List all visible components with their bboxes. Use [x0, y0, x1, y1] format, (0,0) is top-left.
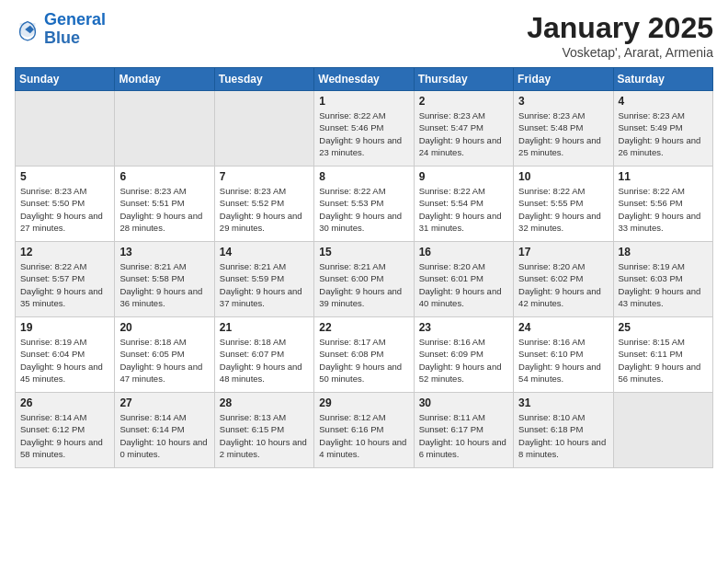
calendar-header-row: SundayMondayTuesdayWednesdayThursdayFrid… [16, 68, 713, 91]
calendar-day-cell: 3Sunrise: 8:23 AMSunset: 5:48 PMDaylight… [514, 91, 613, 167]
day-info: Sunrise: 8:13 AMSunset: 6:15 PMDaylight:… [220, 411, 309, 460]
day-info: Sunrise: 8:22 AMSunset: 5:46 PMDaylight:… [319, 109, 408, 158]
day-number: 7 [220, 170, 309, 183]
day-info: Sunrise: 8:23 AMSunset: 5:51 PMDaylight:… [119, 185, 209, 234]
day-info: Sunrise: 8:19 AMSunset: 6:04 PMDaylight:… [20, 336, 109, 385]
calendar-header-friday: Friday [514, 68, 613, 91]
day-number: 12 [20, 246, 109, 259]
day-info: Sunrise: 8:15 AMSunset: 6:11 PMDaylight:… [619, 336, 708, 385]
calendar-day-cell [613, 393, 712, 468]
calendar-day-cell: 21Sunrise: 8:18 AMSunset: 6:07 PMDayligh… [214, 317, 313, 393]
day-info: Sunrise: 8:22 AMSunset: 5:54 PMDaylight:… [419, 185, 508, 234]
day-number: 29 [319, 396, 408, 409]
day-info: Sunrise: 8:21 AMSunset: 5:59 PMDaylight:… [220, 260, 309, 309]
calendar-day-cell: 25Sunrise: 8:15 AMSunset: 6:11 PMDayligh… [613, 317, 712, 393]
day-number: 13 [119, 246, 209, 259]
day-number: 26 [20, 396, 109, 409]
day-number: 31 [518, 396, 608, 409]
day-number: 2 [419, 95, 508, 108]
day-info: Sunrise: 8:16 AMSunset: 6:10 PMDaylight:… [518, 336, 608, 385]
day-number: 8 [319, 170, 408, 183]
day-info: Sunrise: 8:19 AMSunset: 6:03 PMDaylight:… [619, 260, 708, 309]
calendar-day-cell: 23Sunrise: 8:16 AMSunset: 6:09 PMDayligh… [414, 317, 513, 393]
day-number: 21 [220, 321, 309, 334]
day-info: Sunrise: 8:21 AMSunset: 5:58 PMDaylight:… [119, 260, 209, 309]
calendar-header-thursday: Thursday [414, 68, 513, 91]
day-number: 28 [220, 396, 309, 409]
calendar: SundayMondayTuesdayWednesdayThursdayFrid… [15, 67, 713, 468]
day-number: 11 [619, 170, 708, 183]
logo: General Blue [15, 11, 106, 48]
calendar-day-cell: 8Sunrise: 8:22 AMSunset: 5:53 PMDaylight… [314, 167, 414, 242]
calendar-week-row: 19Sunrise: 8:19 AMSunset: 6:04 PMDayligh… [16, 317, 713, 393]
day-number: 14 [220, 246, 309, 259]
calendar-day-cell: 15Sunrise: 8:21 AMSunset: 6:00 PMDayligh… [314, 242, 414, 317]
day-info: Sunrise: 8:17 AMSunset: 6:08 PMDaylight:… [319, 336, 408, 385]
day-number: 19 [20, 321, 109, 334]
calendar-day-cell: 26Sunrise: 8:14 AMSunset: 6:12 PMDayligh… [16, 393, 115, 468]
calendar-day-cell: 2Sunrise: 8:23 AMSunset: 5:47 PMDaylight… [414, 91, 513, 167]
calendar-day-cell: 30Sunrise: 8:11 AMSunset: 6:17 PMDayligh… [414, 393, 513, 468]
calendar-day-cell: 5Sunrise: 8:23 AMSunset: 5:50 PMDaylight… [16, 167, 115, 242]
calendar-day-cell: 18Sunrise: 8:19 AMSunset: 6:03 PMDayligh… [613, 242, 712, 317]
logo-line2: Blue [44, 29, 80, 47]
calendar-day-cell: 9Sunrise: 8:22 AMSunset: 5:54 PMDaylight… [414, 167, 513, 242]
calendar-header-tuesday: Tuesday [214, 68, 313, 91]
day-number: 6 [119, 170, 209, 183]
day-number: 23 [419, 321, 508, 334]
calendar-day-cell [16, 91, 115, 167]
day-info: Sunrise: 8:23 AMSunset: 5:48 PMDaylight:… [518, 109, 608, 158]
day-info: Sunrise: 8:22 AMSunset: 5:55 PMDaylight:… [518, 185, 608, 234]
calendar-day-cell: 17Sunrise: 8:20 AMSunset: 6:02 PMDayligh… [514, 242, 613, 317]
calendar-day-cell: 16Sunrise: 8:20 AMSunset: 6:01 PMDayligh… [414, 242, 513, 317]
calendar-day-cell: 31Sunrise: 8:10 AMSunset: 6:18 PMDayligh… [514, 393, 613, 468]
day-info: Sunrise: 8:22 AMSunset: 5:56 PMDaylight:… [619, 185, 708, 234]
calendar-day-cell: 11Sunrise: 8:22 AMSunset: 5:56 PMDayligh… [613, 167, 712, 242]
calendar-day-cell [115, 91, 214, 167]
calendar-day-cell: 13Sunrise: 8:21 AMSunset: 5:58 PMDayligh… [115, 242, 214, 317]
calendar-day-cell: 6Sunrise: 8:23 AMSunset: 5:51 PMDaylight… [115, 167, 214, 242]
calendar-header-saturday: Saturday [613, 68, 712, 91]
day-info: Sunrise: 8:21 AMSunset: 6:00 PMDaylight:… [319, 260, 408, 309]
calendar-week-row: 26Sunrise: 8:14 AMSunset: 6:12 PMDayligh… [16, 393, 713, 468]
header: General Blue January 2025 Vosketap', Ara… [15, 11, 713, 60]
day-info: Sunrise: 8:23 AMSunset: 5:52 PMDaylight:… [220, 185, 309, 234]
day-info: Sunrise: 8:14 AMSunset: 6:14 PMDaylight:… [119, 411, 209, 460]
calendar-header-wednesday: Wednesday [314, 68, 414, 91]
day-info: Sunrise: 8:18 AMSunset: 6:05 PMDaylight:… [119, 336, 209, 385]
day-info: Sunrise: 8:23 AMSunset: 5:50 PMDaylight:… [20, 185, 109, 234]
subtitle: Vosketap', Ararat, Armenia [527, 45, 713, 60]
calendar-day-cell: 22Sunrise: 8:17 AMSunset: 6:08 PMDayligh… [314, 317, 414, 393]
day-info: Sunrise: 8:22 AMSunset: 5:57 PMDaylight:… [20, 260, 109, 309]
calendar-day-cell: 1Sunrise: 8:22 AMSunset: 5:46 PMDaylight… [314, 91, 414, 167]
calendar-week-row: 5Sunrise: 8:23 AMSunset: 5:50 PMDaylight… [16, 167, 713, 242]
day-number: 16 [419, 246, 508, 259]
calendar-day-cell: 4Sunrise: 8:23 AMSunset: 5:49 PMDaylight… [613, 91, 712, 167]
calendar-day-cell [214, 91, 313, 167]
day-info: Sunrise: 8:20 AMSunset: 6:01 PMDaylight:… [419, 260, 508, 309]
day-number: 18 [619, 246, 708, 259]
day-number: 27 [119, 396, 209, 409]
day-info: Sunrise: 8:10 AMSunset: 6:18 PMDaylight:… [518, 411, 608, 460]
calendar-day-cell: 12Sunrise: 8:22 AMSunset: 5:57 PMDayligh… [16, 242, 115, 317]
day-number: 10 [518, 170, 608, 183]
day-number: 4 [619, 95, 708, 108]
page: General Blue January 2025 Vosketap', Ara… [0, 0, 728, 563]
day-number: 3 [518, 95, 608, 108]
day-number: 1 [319, 95, 408, 108]
title-block: January 2025 Vosketap', Ararat, Armenia [527, 11, 713, 60]
day-number: 20 [119, 321, 209, 334]
calendar-week-row: 1Sunrise: 8:22 AMSunset: 5:46 PMDaylight… [16, 91, 713, 167]
day-info: Sunrise: 8:14 AMSunset: 6:12 PMDaylight:… [20, 411, 109, 460]
day-number: 30 [419, 396, 508, 409]
day-info: Sunrise: 8:18 AMSunset: 6:07 PMDaylight:… [220, 336, 309, 385]
day-info: Sunrise: 8:20 AMSunset: 6:02 PMDaylight:… [518, 260, 608, 309]
day-info: Sunrise: 8:12 AMSunset: 6:16 PMDaylight:… [319, 411, 408, 460]
day-info: Sunrise: 8:16 AMSunset: 6:09 PMDaylight:… [419, 336, 508, 385]
day-number: 9 [419, 170, 508, 183]
day-number: 25 [619, 321, 708, 334]
logo-text: General Blue [44, 11, 106, 48]
day-number: 22 [319, 321, 408, 334]
calendar-day-cell: 7Sunrise: 8:23 AMSunset: 5:52 PMDaylight… [214, 167, 313, 242]
day-info: Sunrise: 8:11 AMSunset: 6:17 PMDaylight:… [419, 411, 508, 460]
